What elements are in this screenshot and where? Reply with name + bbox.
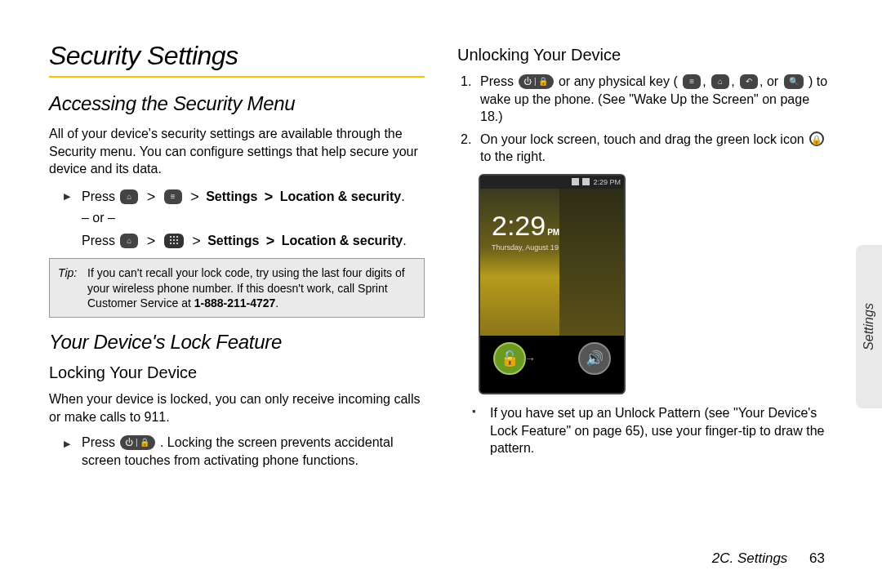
sound-toggle-icon: 🔊: [578, 342, 611, 375]
step-content: Press ⌂ > > Settings > Location & securi…: [82, 230, 425, 250]
step-1-wake: 1. Press ⏻ | 🔒 or any physical key ( ≡, …: [461, 73, 833, 126]
menu-key-icon: ≡: [164, 189, 182, 204]
step-content: Press ⏻ | 🔒 or any physical key ( ≡, ⌂, …: [480, 73, 833, 126]
text: Press: [82, 234, 118, 247]
text: Press: [82, 189, 118, 203]
step-nav-path-1: Press ⌂ > ≡ > Settings > Location & secu…: [64, 186, 425, 206]
right-column: Unlocking Your Device 1. Press ⏻ | 🔒 or …: [457, 41, 833, 564]
text: On your lock screen, touch and drag the …: [480, 132, 808, 146]
text: or any physical key (: [559, 74, 681, 88]
page-number: 63: [809, 550, 825, 566]
step-nav-path-2: Press ⌂ > > Settings > Location & securi…: [64, 230, 425, 250]
manual-page: Security Settings Accessing the Security…: [0, 0, 882, 588]
gt-icon: >: [189, 233, 204, 249]
step-content: Press ⏻ | 🔒 . Locking the screen prevent…: [82, 434, 425, 469]
unlock-button-icon: 🔓: [493, 342, 526, 375]
or-separator: – or –: [82, 211, 425, 225]
bullet-arrow-icon: [64, 434, 82, 469]
step-number: 1.: [461, 73, 480, 126]
comma: ,: [760, 74, 767, 88]
nav-settings: Settings: [207, 234, 259, 247]
lockscreen-screenshot: 2:29 PM 2:29PM Thursday, August 19 🔓 🔊: [479, 174, 626, 394]
note-text: If you have set up an Unlock Pattern (se…: [490, 404, 833, 457]
apps-grid-key-icon: [164, 234, 184, 248]
menu-key-icon: ≡: [683, 74, 701, 89]
nav-location-security: Location & security: [282, 234, 403, 247]
bullet-arrow-icon: [64, 186, 82, 206]
bullet-square-icon: [472, 404, 490, 457]
clock-date: Thursday, August 19: [492, 243, 559, 252]
lockscreen-clock: 2:29PM Thursday, August 19: [492, 210, 559, 252]
page-title: Security Settings: [49, 41, 425, 71]
nav-settings: Settings: [206, 189, 257, 203]
home-key-icon: ⌂: [120, 189, 138, 204]
heading-unlocking-your-device: Unlocking Your Device: [457, 46, 833, 65]
battery-icon: [582, 178, 590, 185]
lock-icon: 🔒: [809, 131, 824, 146]
tip-label: Tip:: [58, 265, 87, 310]
text: Press: [480, 74, 517, 88]
clock-pm: PM: [547, 228, 559, 237]
back-key-icon: ↶: [740, 74, 758, 89]
search-key-icon: 🔍: [784, 74, 804, 89]
step-content: Press ⌂ > ≡ > Settings > Location & secu…: [82, 186, 425, 206]
gt-icon: >: [144, 189, 159, 205]
step-lock-device: Press ⏻ | 🔒 . Locking the screen prevent…: [64, 434, 425, 469]
text: to the right.: [480, 149, 546, 163]
unlock-slider-row: 🔓 🔊: [480, 335, 624, 382]
gt-icon: >: [187, 189, 203, 205]
gt-icon: >: [144, 233, 159, 249]
page-footer: 2C. Settings 63: [712, 550, 825, 567]
gt-icon: >: [263, 233, 278, 249]
tip-text: If you can't recall your lock code, try …: [87, 265, 416, 310]
nav-location-security: Location & security: [280, 189, 401, 203]
bullet-spacer: [64, 230, 82, 250]
comma: ,: [702, 74, 710, 88]
home-key-icon: ⌂: [711, 74, 729, 89]
power-lock-key-icon: ⏻ | 🔒: [519, 74, 553, 89]
paragraph-access-intro: All of your device's security settings a…: [49, 125, 425, 178]
text: Press: [82, 435, 118, 449]
section-tab-label: Settings: [862, 303, 876, 350]
title-underline: [49, 76, 425, 78]
step-number: 2.: [461, 131, 480, 166]
status-bar: 2:29 PM: [480, 176, 624, 189]
support-phone-number: 1-888-211-4727: [194, 296, 276, 310]
heading-locking-your-device: Locking Your Device: [49, 363, 425, 382]
signal-icon: [572, 178, 579, 185]
heading-accessing-security-menu: Accessing the Security Menu: [49, 92, 425, 115]
power-lock-key-icon: ⏻ | 🔒: [120, 435, 154, 450]
home-key-icon: ⌂: [120, 234, 138, 248]
heading-device-lock-feature: Your Device's Lock Feature: [49, 331, 425, 354]
left-column: Security Settings Accessing the Security…: [49, 41, 425, 564]
tip-box: Tip: If you can't recall your lock code,…: [49, 258, 425, 318]
wallpaper: 2:29PM Thursday, August 19: [480, 189, 624, 336]
paragraph-locking-intro: When your device is locked, you can only…: [49, 390, 425, 425]
status-time: 2:29 PM: [593, 178, 621, 186]
gt-icon: >: [261, 189, 277, 205]
step-2-drag-lock: 2. On your lock screen, touch and drag t…: [461, 131, 833, 166]
clock-time: 2:29: [492, 210, 546, 242]
chapter-label: 2C. Settings: [712, 550, 788, 566]
section-tab: Settings: [856, 245, 882, 408]
comma: ,: [731, 74, 738, 88]
note-unlock-pattern: If you have set up an Unlock Pattern (se…: [472, 404, 833, 457]
step-content: On your lock screen, touch and drag the …: [480, 131, 833, 166]
or-word: or: [767, 74, 778, 88]
